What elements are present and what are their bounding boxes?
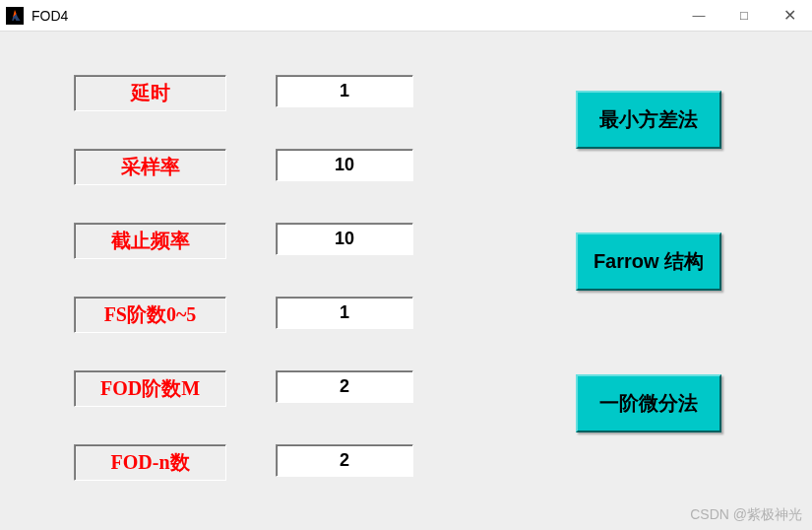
button-first-order-diff[interactable]: 一阶微分法 (576, 374, 721, 432)
window-title: FOD4 (31, 8, 676, 24)
input-fod-order-m[interactable]: 2 (276, 370, 413, 403)
label-fod-order-m: FOD阶数M (74, 370, 226, 407)
input-cutoff-freq[interactable]: 10 (276, 223, 413, 255)
matlab-icon (6, 7, 24, 25)
label-fod-n: FOD-n数 (74, 444, 226, 481)
watermark: CSDN @紫极神光 (690, 506, 802, 524)
minimize-button[interactable]: — (676, 0, 721, 31)
window-controls: — □ ✕ (676, 0, 812, 31)
label-delay: 延时 (74, 75, 226, 111)
input-fod-n[interactable]: 2 (276, 444, 413, 477)
input-fs-order[interactable]: 1 (276, 297, 413, 329)
maximize-button[interactable]: □ (721, 0, 767, 31)
button-farrow[interactable]: Farrow 结构 (576, 232, 721, 291)
label-fs-order: FS阶数0~5 (74, 297, 226, 333)
title-bar: FOD4 — □ ✕ (0, 0, 812, 32)
close-button[interactable]: ✕ (767, 0, 812, 31)
input-delay[interactable]: 1 (276, 75, 413, 107)
label-sample-rate: 采样率 (74, 149, 226, 185)
button-min-variance[interactable]: 最小方差法 (576, 91, 721, 149)
figure-workspace: 延时 1 采样率 10 截止频率 10 FS阶数0~5 1 FOD阶数M 2 F… (0, 32, 812, 530)
input-sample-rate[interactable]: 10 (276, 149, 413, 181)
label-cutoff-freq: 截止频率 (74, 223, 226, 259)
